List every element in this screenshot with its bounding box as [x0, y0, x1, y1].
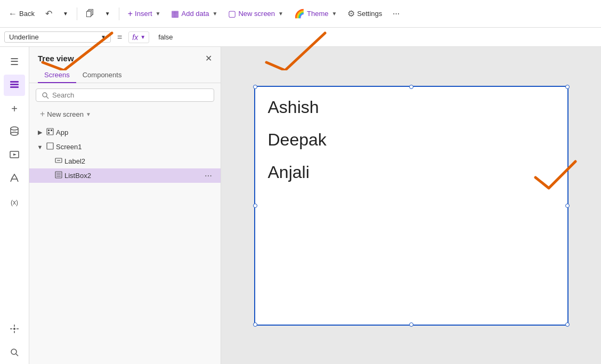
gear-icon: ⚙ [347, 9, 355, 19]
handle-middle-left[interactable] [253, 204, 257, 208]
tree-item-app[interactable]: ▶ App [29, 125, 221, 140]
listbox-item-1: Deepak [268, 130, 555, 150]
search-input[interactable] [52, 91, 208, 99]
svg-rect-0 [10, 81, 19, 83]
tab-components[interactable]: Components [76, 68, 128, 83]
svg-rect-19 [47, 128, 53, 135]
tree-items: ▶ App ▼ Screen1 Label2 [29, 125, 221, 364]
listbox-content: Ashish Deepak Anjali [255, 87, 567, 193]
add-data-label: Add data [181, 10, 209, 18]
svg-rect-23 [47, 143, 53, 149]
new-screen-plus-icon: + [40, 109, 45, 119]
top-toolbar: ← Back ↶ ▼ 🗍 ▼ + Insert ▼ ▦ Add data ▼ ▢… [0, 0, 601, 28]
add-data-chevron: ▼ [213, 11, 218, 17]
handle-top-center[interactable] [409, 85, 413, 89]
add-button[interactable]: + [4, 98, 25, 119]
advanced-tools-button[interactable] [4, 319, 25, 341]
handle-top-right[interactable] [565, 85, 570, 89]
svg-rect-22 [48, 132, 50, 134]
listbox-item-2: Anjali [268, 163, 555, 182]
hamburger-icon: ☰ [10, 56, 19, 68]
tree-view-button[interactable] [4, 75, 25, 96]
theme-sidebar-button[interactable] [4, 168, 25, 190]
undo-dropdown-button[interactable]: ▼ [59, 9, 72, 19]
screen1-expand-icon: ▼ [36, 144, 44, 150]
handle-bottom-center[interactable] [409, 322, 413, 327]
undo-button[interactable]: ↶ [41, 6, 56, 21]
tree-header: Tree view ✕ [29, 47, 221, 68]
tree-close-button[interactable]: ✕ [205, 53, 212, 63]
formula-input[interactable]: false [153, 31, 597, 43]
fx-chevron: ▼ [140, 34, 145, 40]
copy-button[interactable]: 🗍 [82, 7, 99, 21]
tree-item-listbox2[interactable]: ListBox2 ⋯ [29, 168, 221, 183]
insert-chevron: ▼ [156, 11, 161, 17]
variables-button[interactable]: (x) [4, 192, 25, 213]
new-screen-label: New screen [238, 10, 275, 18]
copy-dropdown-button[interactable]: ▼ [101, 9, 115, 19]
fx-button[interactable]: fx ▼ [128, 31, 149, 43]
listbox2-label: ListBox2 [64, 172, 200, 180]
theme-icon: 🌈 [294, 9, 305, 19]
back-label: Back [19, 10, 35, 18]
listbox2-more-button[interactable]: ⋯ [202, 172, 214, 180]
tree-item-label2[interactable]: Label2 [29, 154, 221, 168]
svg-line-18 [46, 96, 48, 99]
property-value: Underline [9, 33, 39, 41]
svg-rect-1 [10, 84, 19, 85]
theme-label: Theme [307, 10, 328, 18]
handle-bottom-right[interactable] [565, 322, 570, 327]
formula-bar: Underline ▼ = fx ▼ false [0, 28, 601, 47]
new-screen-button[interactable]: ▢ New screen ▼ [224, 6, 288, 21]
svg-point-10 [13, 328, 15, 330]
search-icon [9, 347, 20, 360]
tree-item-screen1[interactable]: ▼ Screen1 [29, 140, 221, 154]
tools-icon [9, 323, 20, 337]
search-sidebar-button[interactable] [4, 343, 25, 364]
theme-chevron: ▼ [331, 11, 337, 17]
formula-text: false [158, 33, 173, 41]
new-screen-tree-button[interactable]: + New screen ▼ [36, 107, 214, 121]
handle-top-left[interactable] [253, 85, 257, 89]
back-button[interactable]: ← Back [4, 7, 39, 21]
tree-search-container [36, 88, 214, 102]
tree-panel: Tree view ✕ Screens Components + New scr… [29, 47, 221, 364]
property-dropdown[interactable]: Underline ▼ [4, 31, 111, 43]
chevron-down-icon2: ▼ [105, 11, 110, 17]
new-screen-chevron: ▼ [278, 11, 283, 17]
screen1-icon [46, 142, 54, 151]
canvas-frame: Ashish Deepak Anjali [254, 86, 568, 326]
copy-icon: 🗍 [86, 9, 94, 19]
add-data-button[interactable]: ▦ Add data ▼ [167, 6, 222, 21]
equals-sign: = [115, 33, 124, 42]
table-icon: ▦ [171, 9, 179, 19]
listbox2-icon [55, 171, 62, 180]
svg-point-17 [43, 93, 47, 97]
svg-point-6 [11, 132, 18, 135]
handle-bottom-left[interactable] [253, 322, 257, 327]
new-screen-tree-chevron: ▼ [86, 111, 91, 117]
hamburger-button[interactable]: ☰ [4, 51, 25, 72]
handle-middle-right[interactable] [565, 204, 570, 208]
main-area: ☰ + (x) [0, 47, 601, 364]
tree-title: Tree view [38, 54, 74, 63]
theme-button[interactable]: 🌈 Theme ▼ [290, 6, 341, 21]
left-sidebar: ☰ + (x) [0, 47, 29, 364]
tree-tabs: Screens Components [29, 68, 221, 83]
label2-icon [55, 157, 62, 166]
svg-rect-2 [10, 86, 19, 88]
tab-screens[interactable]: Screens [38, 68, 76, 83]
variables-icon: (x) [11, 199, 18, 206]
canvas-area: Ashish Deepak Anjali [221, 47, 601, 364]
chevron-down-icon: ▼ [63, 11, 68, 17]
label2-label: Label2 [64, 157, 214, 165]
divider2 [119, 7, 119, 20]
media-button[interactable] [4, 145, 25, 166]
app-expand-icon: ▶ [36, 129, 44, 136]
insert-button[interactable]: + Insert ▼ [124, 7, 165, 21]
settings-button[interactable]: ⚙ Settings [343, 6, 386, 21]
data-button[interactable] [4, 122, 25, 143]
new-screen-tree-label: New screen [47, 110, 84, 118]
more-button[interactable]: ⋯ [388, 7, 404, 20]
media-icon [9, 149, 20, 163]
